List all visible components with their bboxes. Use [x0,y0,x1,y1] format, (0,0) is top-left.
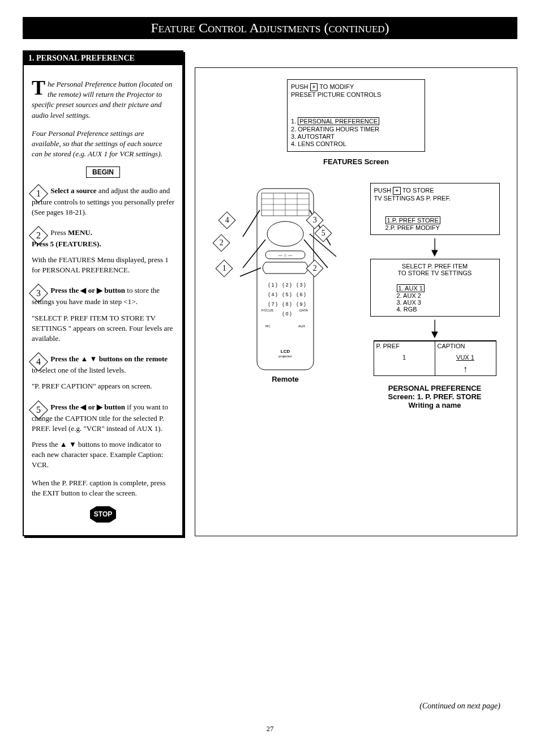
illustration-panel: PUSH + TO MODIFY PRESET PICTURE CONTROLS… [195,67,517,536]
svg-text:( 5 ): ( 5 ) [282,292,292,297]
features-item-4: 4. LENS CONTROL [291,140,421,147]
svg-text:LCD: LCD [281,349,290,354]
pp2-item2: 2. AUX 2 [397,292,421,299]
svg-text:DATA: DATA [299,309,308,312]
step-3: 3 Press the ◀ or ▶ button to store the s… [32,283,174,344]
step-4: 4 Press the ▲ ▼ buttons on the remote to… [32,352,174,391]
features-screen-label: FEATURES Screen [212,157,500,166]
svg-text:( 4 ): ( 4 ) [268,292,277,297]
begin-marker: BEGIN [32,167,174,177]
features-item-1: PERSONAL PREFERENCE [298,117,379,125]
svg-text:( 2 ): ( 2 ) [282,282,292,288]
svg-text:( 8 ): ( 8 ) [282,301,292,307]
page-number: 27 [267,724,274,733]
svg-text:( 9 ): ( 9 ) [297,301,306,307]
pp-label-2: Screen: 1. P. PREF. STORE [388,392,482,401]
svg-text:RC: RC [265,324,271,328]
remote-svg: — ☼ — ( 1 ) ( 2 ) ( 3 ) ( 4 ) ( 5 ) ( 6 … [226,183,345,387]
pp1-item2: 2.P. PREF MODIFY [385,224,440,231]
instructions-panel: 1. PERSONAL PREFERENCE The Personal Pref… [23,50,183,536]
svg-text:( 0 ): ( 0 ) [282,311,292,317]
pp-screen-3: P. PREF 1 CAPTION VUX 1 ↑ [374,340,496,376]
plus-icon: + [393,187,401,195]
intro-paragraph-2: Four Personal Preference settings are av… [32,129,174,160]
pp2-item3: 3. AUX 3 [397,299,421,306]
step-2: 2 Press MENU. Press 5 (FEATURES). With t… [32,225,174,276]
continued-note: (Continued on next page) [419,702,500,711]
pp-label-1: PERSONAL PREFERENCE [388,384,481,392]
svg-text:— ☼ —: — ☼ — [278,253,292,257]
features-item-3: 3. AUTOSTART [291,133,421,140]
pp1-item1: 1.P. PREF STORE [385,216,440,224]
pp-label-3: Writing a name [409,401,461,409]
svg-text:FOCUS: FOCUS [262,309,273,312]
features-screen-box: PUSH + TO MODIFY PRESET PICTURE CONTROLS… [287,79,425,152]
svg-point-8 [267,221,303,246]
arrow-down-icon: │▼ [370,241,500,257]
arrow-down-icon: │▼ [370,322,500,338]
svg-text:( 7 ): ( 7 ) [268,301,277,307]
pp-screen-2: SELECT P. PREF ITEM TO STORE TV SETTINGS… [370,259,500,317]
remote-illustration: — ☼ — ( 1 ) ( 2 ) ( 3 ) ( 4 ) ( 5 ) ( 6 … [212,183,358,409]
intro-paragraph-1: The Personal Preference button (located … [32,79,174,121]
arrow-up-icon: ↑ [438,364,494,374]
svg-text:( 3 ): ( 3 ) [297,282,306,288]
page-title: Feature Control Adjustments (continued) [151,20,389,35]
stop-marker: STOP [32,506,174,523]
plus-icon: + [310,83,318,91]
section-header: 1. PERSONAL PREFERENCE [24,52,182,65]
pp2-item4: 4. RGB [397,306,417,313]
svg-text:AUX: AUX [298,324,305,328]
features-item-2: 2. OPERATING HOURS TIMER [291,126,421,133]
svg-text:projector: projector [278,354,292,358]
svg-text:( 1 ): ( 1 ) [268,282,277,288]
dropcap: T [32,79,45,96]
pp-screen-1: PUSH + TO STORE TV SETTINGS AS P. PREF. … [370,183,500,235]
pp2-item1: 1. AUX 1 [397,284,425,292]
step-5: 5 Press the ◀ or ▶ button if you want to… [32,400,174,498]
step-1: 1 Select a source and adjust the audio a… [32,183,174,217]
page-header-bar: Feature Control Adjustments (continued) [23,17,517,39]
svg-text:( 6 ): ( 6 ) [297,292,306,297]
pp-screens-area: PUSH + TO STORE TV SETTINGS AS P. PREF. … [370,183,500,409]
